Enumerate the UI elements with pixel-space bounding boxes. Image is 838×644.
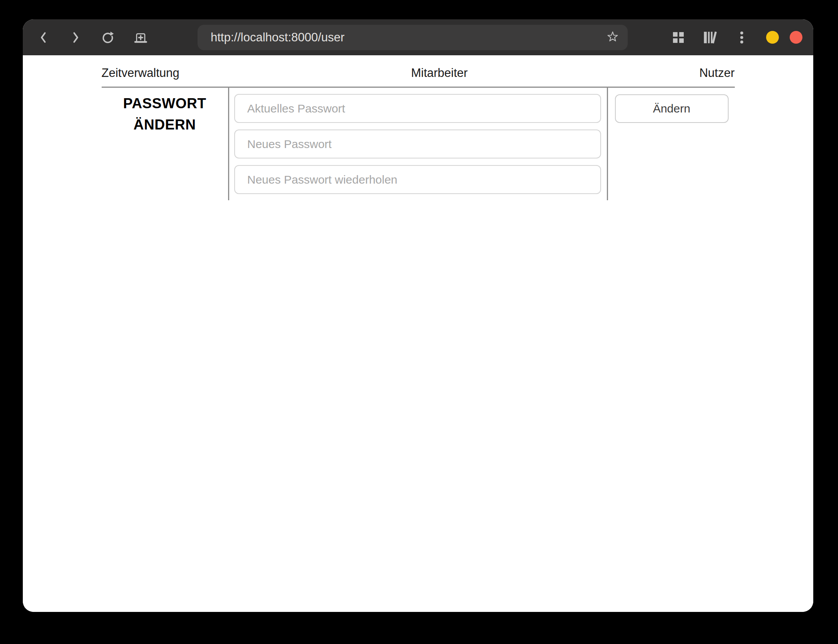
- repeat-new-password-input[interactable]: [234, 165, 601, 194]
- back-button[interactable]: [34, 29, 52, 46]
- tab-overview-button[interactable]: [669, 29, 687, 46]
- window-controls: [766, 31, 802, 44]
- browser-toolbar: http://localhost:8000/user: [23, 19, 813, 55]
- new-tab-icon: [134, 31, 148, 44]
- reload-button[interactable]: [99, 29, 117, 46]
- library-icon: [703, 31, 717, 44]
- new-password-input[interactable]: [234, 129, 601, 158]
- menu-kebab-icon: [739, 31, 744, 44]
- url-bar[interactable]: http://localhost:8000/user: [198, 25, 628, 50]
- reload-icon: [101, 31, 115, 44]
- forward-icon: [71, 31, 80, 44]
- toolbar-nav-group: [34, 29, 150, 46]
- browser-window: http://localhost:8000/user: [23, 19, 813, 612]
- nav-item-mitarbeiter[interactable]: Mitarbeiter: [411, 66, 467, 80]
- password-heading-cell: PASSWORT ÄNDERN: [102, 88, 228, 200]
- password-form-cell: [228, 88, 608, 200]
- section-heading: PASSWORT ÄNDERN: [112, 88, 217, 200]
- site-nav: Zeitverwaltung Mitarbeiter Nutzer: [102, 55, 735, 87]
- current-password-input[interactable]: [234, 94, 601, 123]
- toolbar-action-group: [669, 29, 751, 46]
- minimize-button[interactable]: [766, 31, 779, 44]
- library-button[interactable]: [701, 29, 719, 46]
- bookmark-star-icon: [606, 31, 619, 44]
- bookmark-button[interactable]: [604, 29, 622, 46]
- password-action-cell: Ändern: [608, 88, 735, 200]
- password-change-section: PASSWORT ÄNDERN Ändern: [102, 87, 735, 200]
- forward-button[interactable]: [67, 29, 85, 46]
- web-page: Zeitverwaltung Mitarbeiter Nutzer PASSWO…: [23, 55, 813, 612]
- main-menu-button[interactable]: [733, 29, 751, 46]
- tab-overview-icon: [673, 32, 684, 43]
- url-text[interactable]: http://localhost:8000/user: [211, 31, 604, 44]
- close-button[interactable]: [790, 31, 802, 44]
- nav-item-nutzer[interactable]: Nutzer: [699, 66, 734, 80]
- back-icon: [39, 31, 48, 44]
- change-password-button[interactable]: Ändern: [615, 94, 729, 123]
- nav-item-zeitverwaltung[interactable]: Zeitverwaltung: [102, 66, 180, 80]
- new-tab-button[interactable]: [132, 29, 150, 46]
